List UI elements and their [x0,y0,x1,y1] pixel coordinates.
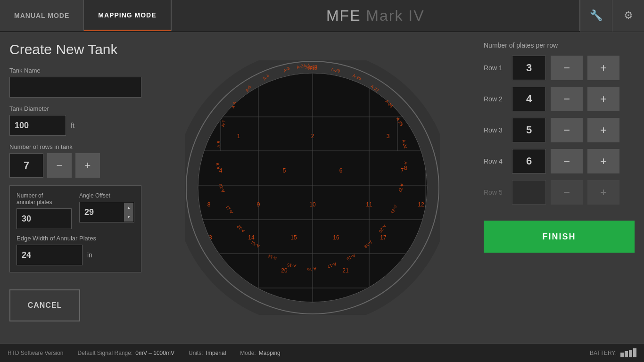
annular-plates-field: Number ofannular plates [17,192,72,229]
tank-diagram: 1 2 3 4 5 6 7 8 9 10 11 12 13 14 15 16 1… [185,60,440,315]
plates-panel-title: Number of plates per row [484,41,635,49]
svg-text:26: 26 [399,300,405,307]
units-display: Units: Imperial [189,350,226,356]
software-version: RTD Software Version [8,350,64,356]
svg-text:10: 10 [309,201,316,208]
svg-text:1: 1 [237,133,240,140]
row-5-increment-button[interactable]: + [587,180,619,205]
svg-text:20: 20 [281,267,288,274]
angle-offset-field: Angle Offset ▲ ▼ [79,192,134,229]
row-4-increment-button[interactable]: + [587,149,619,173]
annular-plates-label: Number ofannular plates [17,192,72,206]
page-title: Create New Tank [9,41,141,58]
svg-text:8: 8 [207,201,211,208]
row-4-value: 6 [512,149,546,173]
svg-text:12: 12 [418,201,424,208]
rows-control: 7 − + [9,153,141,178]
tank-name-group: Tank Name [9,67,141,98]
gear-button[interactable]: ⚙ [612,0,644,32]
edge-width-unit: in [87,251,92,259]
row-2-label: Row 2 [484,95,507,103]
plate-row-4: Row 4 6 − + [484,149,635,173]
row-3-increment-button[interactable]: + [587,118,619,142]
annular-row: Number ofannular plates Angle Offset ▲ ▼ [17,192,134,229]
row-1-value: 3 [512,56,546,80]
plate-row-5: Row 5 − + [484,180,635,205]
battery-label: BATTERY: [590,350,617,356]
edge-width-group: Edge Width of Annular Plates in [17,235,134,265]
edge-width-label: Edge Width of Annular Plates [17,235,134,242]
wrench-button[interactable]: 🔧 [580,0,612,32]
angle-decrement-button[interactable]: ▼ [124,212,133,222]
row-3-value: 5 [512,118,546,142]
tank-diameter-group: Tank Diameter 100 ft [9,105,141,136]
svg-text:6: 6 [339,167,343,174]
row-5-value [512,180,546,205]
svg-text:14: 14 [248,234,255,241]
annular-box: Number ofannular plates Angle Offset ▲ ▼ [9,185,141,272]
svg-text:11: 11 [366,201,372,208]
title-mfe: MFE [326,7,361,25]
tank-diameter-input[interactable]: 100 [9,115,66,136]
svg-text:5: 5 [283,167,286,174]
angle-input-wrapper: ▲ ▼ [79,202,134,222]
edge-width-row: in [17,245,134,265]
row-5-decrement-button[interactable]: − [551,180,583,205]
mode-label: Mode: [240,350,256,356]
rows-value: 7 [9,153,43,178]
row-3-decrement-button[interactable]: − [551,118,583,142]
tab-manual[interactable]: MANUAL MODE [0,0,84,31]
mode-value: Mapping [259,350,281,356]
signal-value: 0mV – 1000mV [135,350,174,356]
battery-bar-1 [620,353,624,357]
svg-text:A-23: A-23 [403,161,408,170]
cancel-button[interactable]: CANCEL [9,289,80,321]
svg-text:16: 16 [333,234,339,241]
diameter-unit: ft [71,122,74,129]
angle-offset-label: Angle Offset [79,192,134,199]
row-3-label: Row 3 [484,126,507,134]
main-content: Create New Tank Tank Name Tank Diameter … [0,32,644,343]
row-1-label: Row 1 [484,64,507,72]
edge-width-input[interactable] [17,245,83,265]
battery-bar-2 [625,351,628,357]
title-mark: Mark IV [366,7,424,25]
rows-label: Number of rows in tank [9,143,141,150]
battery-bars [620,348,636,357]
software-label: RTD Software Version [8,350,64,356]
svg-text:21: 21 [342,267,349,274]
tank-name-label: Tank Name [9,67,141,74]
tab-mapping[interactable]: MAPPING MODE [84,0,171,31]
rows-decrement-button[interactable]: − [47,153,72,178]
finish-button[interactable]: FINISH [484,221,635,253]
svg-text:9: 9 [257,201,260,208]
svg-text:2: 2 [311,133,314,140]
footer: RTD Software Version Default Signal Rang… [0,343,644,362]
left-panel: Create New Tank Tank Name Tank Diameter … [9,41,141,334]
angle-increment-button[interactable]: ▲ [124,203,133,212]
signal-range: Default Signal Range: 0mV – 1000mV [78,350,174,356]
svg-text:15: 15 [290,234,297,241]
right-panel: Number of plates per row Row 1 3 − + Row… [484,41,635,334]
row-5-label: Row 5 [484,189,507,196]
plate-row-1: Row 1 3 − + [484,56,635,80]
svg-text:A-15: A-15 [287,263,297,268]
units-value: Imperial [206,350,226,356]
tank-name-input[interactable] [9,77,141,98]
app-title: MFE Mark IV [171,0,580,31]
row-2-decrement-button[interactable]: − [551,87,583,111]
row-2-increment-button[interactable]: + [587,87,619,111]
header: MANUAL MODE MAPPING MODE MFE Mark IV 🔧 ⚙ [0,0,644,32]
rows-increment-button[interactable]: + [75,153,100,178]
row-1-increment-button[interactable]: + [587,56,619,80]
battery-indicator: BATTERY: [590,348,636,357]
rows-group: Number of rows in tank 7 − + [9,143,141,178]
battery-bar-3 [629,350,632,357]
row-4-decrement-button[interactable]: − [551,149,583,173]
row-1-decrement-button[interactable]: − [551,56,583,80]
mode-display: Mode: Mapping [240,350,280,356]
units-label: Units: [189,350,203,356]
tank-container: 1 2 3 4 5 6 7 8 9 10 11 12 13 14 15 16 1… [151,41,474,334]
annular-plates-input[interactable] [17,208,72,229]
svg-text:3: 3 [387,133,390,140]
